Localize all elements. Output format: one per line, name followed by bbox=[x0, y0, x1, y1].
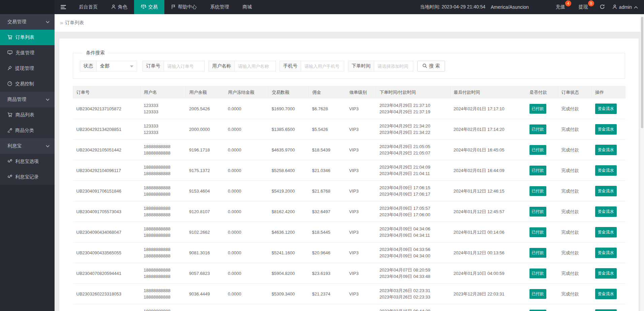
cell-paid: 已付款 bbox=[526, 243, 558, 263]
timezone: America/Asuncion bbox=[491, 4, 529, 10]
column-header: 是否付款 bbox=[526, 86, 558, 98]
fund-flow-button[interactable]: 资金流水 bbox=[595, 104, 617, 114]
paid-badge[interactable]: 已付款 bbox=[529, 268, 546, 278]
status-label: 状态 bbox=[80, 61, 96, 72]
nav-item-help[interactable]: 帮助中心 bbox=[164, 0, 203, 14]
cell-last-pay-time: 2024年01月12日 00:14:06 bbox=[450, 222, 526, 243]
fund-flow-button[interactable]: 资金流水 bbox=[595, 165, 617, 176]
nav-item-dashboard[interactable]: 后台首页 bbox=[72, 0, 104, 14]
sidebar-item-order-list[interactable]: 订单列表 bbox=[0, 30, 55, 45]
fund-flow-button[interactable]: 资金流水 bbox=[595, 227, 617, 237]
paid-badge[interactable]: 已付款 bbox=[529, 248, 546, 258]
paid-badge[interactable]: 已付款 bbox=[529, 310, 546, 311]
cell-username: 123333 123333 bbox=[140, 98, 186, 119]
order-list-card: 条件搜索 状态 全部 订单号 用户名称 bbox=[59, 38, 639, 311]
cell-level: VIP3 bbox=[346, 160, 376, 181]
cell-level: VIP3 bbox=[346, 98, 376, 119]
cell-order-no: UB2303260223318053 bbox=[73, 284, 140, 304]
cell-action: 资金流水 bbox=[592, 304, 625, 311]
vertical-scrollbar[interactable] bbox=[640, 14, 644, 311]
cell-paid: 已付款 bbox=[526, 263, 558, 284]
order-row: UB2304090433565055 18888888888 188888888… bbox=[73, 243, 625, 263]
search-button[interactable]: 搜 索 bbox=[417, 61, 445, 72]
person-icon bbox=[612, 4, 617, 10]
fund-flow-button[interactable]: 资金流水 bbox=[595, 248, 617, 258]
cell-paid: 已付款 bbox=[526, 201, 558, 222]
admin-menu[interactable]: admin bbox=[612, 4, 638, 10]
cell-amount: $1385.6500 bbox=[268, 119, 309, 140]
cell-amount: $5419.2000 bbox=[268, 181, 309, 201]
order-time-input[interactable] bbox=[374, 61, 413, 72]
status-select[interactable]: 全部 bbox=[96, 61, 137, 72]
fund-flow-button[interactable]: 资金流水 bbox=[595, 124, 617, 135]
recharge-link[interactable]: 充值 4 bbox=[552, 4, 569, 10]
fund-flow-button[interactable]: 资金流水 bbox=[595, 268, 617, 279]
cart-icon bbox=[7, 35, 12, 40]
cell-commission: $21.2374 bbox=[309, 284, 346, 304]
paid-badge[interactable]: 已付款 bbox=[529, 104, 546, 114]
fund-flow-button[interactable]: 资金流水 bbox=[595, 309, 617, 311]
refresh-button[interactable] bbox=[600, 4, 605, 10]
nav-item-mall[interactable]: 商城 bbox=[236, 0, 259, 14]
sidebar-item-interest-records[interactable]: 利息宝记录 bbox=[0, 169, 55, 185]
nav-item-trade[interactable]: 交易 bbox=[134, 0, 164, 14]
cell-frozen: 0.0000 bbox=[225, 160, 268, 181]
cell-last-pay-time: 2024年02月01日 16:44:09 bbox=[450, 160, 526, 181]
cell-balance: 9057.6823 bbox=[186, 263, 225, 284]
paid-badge[interactable]: 已付款 bbox=[529, 145, 546, 155]
cell-balance: 9015.3898 bbox=[186, 304, 225, 311]
cell-amount: $5263.7700 bbox=[268, 304, 309, 311]
cell-order-no: UB2303150644299420 bbox=[73, 304, 140, 311]
chevron-down-icon bbox=[46, 145, 50, 147]
phone-input[interactable] bbox=[301, 61, 344, 72]
cell-last-pay-time: 2023年12月18日 01:24:29 bbox=[450, 304, 526, 311]
sidebar-item-withdraw-mgmt[interactable]: 提现管理 bbox=[0, 61, 55, 76]
fund-flow-button[interactable]: 资金流水 bbox=[595, 289, 617, 299]
sidebar-item-trade-control[interactable]: 交易控制 bbox=[0, 76, 55, 92]
cell-action: 资金流水 bbox=[592, 243, 625, 263]
paid-badge[interactable]: 已付款 bbox=[529, 227, 546, 237]
fund-flow-button[interactable]: 资金流水 bbox=[595, 186, 617, 196]
cell-order-no: UB2304292137105872 bbox=[73, 98, 140, 119]
cell-commission: $18.5439 bbox=[309, 140, 346, 160]
cell-order-pay-time: 2023年03月15日 06:44:29 2023年03月15日 06:44:3… bbox=[376, 304, 450, 311]
cell-balance: 9196.1718 bbox=[186, 140, 225, 160]
username-input[interactable] bbox=[234, 61, 276, 72]
cell-amount: $8162.4200 bbox=[268, 201, 309, 222]
cell-last-pay-time: 2024年01月12日 00:13:56 bbox=[450, 243, 526, 263]
cell-last-pay-time: 2024年02月01日 16:45:05 bbox=[450, 140, 526, 160]
collapse-menu-button[interactable] bbox=[55, 0, 72, 14]
cell-commission: $20.9646 bbox=[309, 243, 346, 263]
order-row: UB2303150644299420 18888888888 188888888… bbox=[73, 304, 625, 311]
cell-commission: $18.5445 bbox=[309, 222, 346, 243]
sidebar-item-product-category[interactable]: 商品分类 bbox=[0, 123, 55, 138]
flag-icon bbox=[171, 4, 176, 10]
sidebar-group-trade-mgmt[interactable]: 交易管理 bbox=[0, 14, 55, 30]
order-row: UB2304292134208851 123333 123333 2000.00… bbox=[73, 119, 625, 140]
cell-frozen: 0.0000 bbox=[225, 263, 268, 284]
paid-badge[interactable]: 已付款 bbox=[529, 124, 546, 134]
withdraw-link[interactable]: 提现 0 bbox=[575, 4, 591, 10]
link-icon bbox=[7, 128, 12, 134]
cell-frozen: 0.0000 bbox=[225, 140, 268, 160]
nav-item-roles[interactable]: 角色 bbox=[104, 0, 134, 14]
chevron-up-icon bbox=[634, 4, 638, 10]
sidebar-item-interest-options[interactable]: 利息宝选项 bbox=[0, 154, 55, 169]
paid-badge[interactable]: 已付款 bbox=[529, 207, 546, 217]
sidebar-group-product-mgmt[interactable]: 商品管理 bbox=[0, 92, 55, 107]
paid-badge[interactable]: 已付款 bbox=[529, 289, 546, 299]
cell-commission: $6.7628 bbox=[309, 98, 346, 119]
cell-order-pay-time: 2023年04月07日 08:20:59 2023年04月09日 04:33:4… bbox=[376, 263, 450, 284]
fund-flow-button[interactable]: 资金流水 bbox=[595, 145, 617, 155]
nav-item-system[interactable]: 系统管理 bbox=[203, 0, 236, 14]
cell-action: 资金流水 bbox=[592, 98, 625, 119]
sidebar-item-recharge-mgmt[interactable]: 充值管理 bbox=[0, 45, 55, 61]
scrollbar-thumb[interactable] bbox=[641, 17, 643, 128]
fund-flow-button[interactable]: 资金流水 bbox=[595, 206, 617, 217]
order-no-input[interactable] bbox=[164, 61, 205, 72]
paid-badge[interactable]: 已付款 bbox=[529, 166, 546, 175]
cell-order-pay-time: 2023年04月09日 04:34:06 2023年04月09日 04:34:1… bbox=[376, 222, 450, 243]
sidebar-item-product-list[interactable]: 商品列表 bbox=[0, 107, 55, 123]
sidebar-group-interest[interactable]: 利息宝 bbox=[0, 138, 55, 154]
paid-badge[interactable]: 已付款 bbox=[529, 186, 546, 196]
